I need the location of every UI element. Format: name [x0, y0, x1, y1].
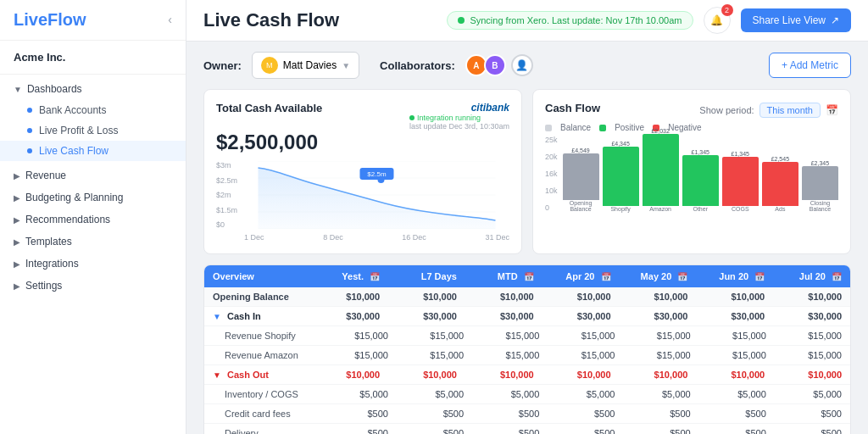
rev-amazon-may: $15,000: [623, 346, 698, 364]
chart-tooltip-text: $2.5m: [367, 170, 387, 178]
cash-flow-title: Cash Flow: [545, 102, 600, 114]
legend-positive-label: Positive: [615, 123, 644, 132]
legend-positive-dot: [599, 125, 606, 131]
sidebar-nav: ▼ Dashboards Bank Accounts Live Profit &…: [0, 75, 186, 300]
y-label-3m: $3m: [216, 161, 237, 170]
row-credit-card-fees: Credit card fees $500 $500 $500 $500 $50…: [204, 404, 850, 424]
x-label-1-dec: 1 Dec: [244, 233, 264, 242]
sync-dot: [458, 17, 465, 24]
inv-cogs-may: $5,000: [623, 385, 698, 403]
rev-shopify-yest: $15,000: [321, 326, 397, 345]
sidebar-item-live-cash-flow[interactable]: Live Cash Flow: [0, 141, 186, 161]
bar-opening-balance: £4,549 Opening Balance: [563, 147, 599, 212]
cash-in-l7: $30,000: [388, 307, 465, 326]
y-label-0: $0: [216, 220, 237, 229]
sidebar-item-templates[interactable]: ▶ Templates: [0, 231, 186, 253]
apr-cal-icon[interactable]: 📅: [601, 272, 611, 281]
charts-row: Total Cash Available citibank Integratio…: [203, 89, 851, 254]
cc-fees-label: Credit card fees: [204, 404, 321, 423]
sidebar-item-recommendations[interactable]: ▶ Recommendations: [0, 209, 186, 231]
add-metric-button[interactable]: + Add Metric: [769, 53, 851, 78]
templates-arrow: ▶: [14, 237, 20, 247]
cash-out-jul: $10,000: [773, 365, 850, 384]
bar-ads: £2,545 Ads: [762, 156, 798, 212]
table-header: Overview Yest. 📅 L7 Days MTD 📅 Apr 20 📅: [204, 265, 850, 287]
bar-chart-y-axis: 25k 20k 16k 10k 0: [545, 136, 558, 212]
sidebar: LiveFlow ‹ Acme Inc. ▼ Dashboards Bank A…: [0, 0, 186, 434]
owner-chevron-icon: ▼: [342, 61, 350, 70]
delivery-apr: $500: [548, 424, 623, 434]
logo-text: LiveFlow: [14, 10, 86, 29]
sidebar-item-dashboards[interactable]: ▼ Dashboards: [0, 78, 186, 100]
may-cal-icon[interactable]: 📅: [677, 272, 687, 281]
jul-cal-icon[interactable]: 📅: [832, 272, 842, 281]
recommendations-arrow: ▶: [14, 215, 20, 225]
owner-name: Matt Davies: [283, 59, 337, 71]
add-person-icon: 👤: [515, 59, 528, 71]
main-content: Live Cash Flow Syncing from Xero. Last u…: [186, 0, 868, 434]
cash-out-collapse[interactable]: ▼: [213, 370, 221, 380]
cash-out-mtd: $10,000: [465, 365, 542, 384]
sync-status: Syncing from Xero. Last update: Nov 17th…: [447, 11, 693, 30]
integration-label: Integration running: [417, 114, 481, 122]
rev-amazon-yest: $15,000: [321, 346, 397, 364]
rev-amazon-jun: $15,000: [699, 346, 775, 364]
sidebar-item-settings[interactable]: ▶ Settings: [0, 275, 186, 297]
cc-fees-l7: $500: [397, 404, 472, 423]
opening-bal-apr: $10,000: [542, 287, 620, 306]
cash-in-may: $30,000: [620, 307, 697, 326]
rev-amazon-jul: $15,000: [775, 346, 850, 364]
row-cash-in: ▼ Cash In $30,000 $30,000 $30,000 $30,00…: [204, 307, 850, 326]
row-cash-out: ▼ Cash Out $10,000 $10,000 $10,000 $10,0…: [204, 365, 850, 385]
owner-select[interactable]: M Matt Davies ▼: [252, 52, 359, 79]
cc-fees-jul: $500: [775, 404, 850, 423]
share-live-view-button[interactable]: Share Live View ↗: [741, 8, 852, 32]
sidebar-item-budgeting[interactable]: ▶ Budgeting & Planning: [0, 186, 186, 209]
period-button[interactable]: This month: [760, 103, 821, 118]
notifications-button[interactable]: 🔔 2: [704, 7, 731, 34]
col-jul20: Jul 20 📅: [773, 265, 850, 287]
share-btn-label: Share Live View: [753, 14, 826, 26]
yest-cal-icon[interactable]: 📅: [370, 272, 380, 281]
inv-cogs-apr: $5,000: [548, 385, 623, 403]
col-l7days: L7 Days: [388, 265, 465, 287]
rev-shopify-apr: $15,000: [548, 326, 623, 345]
calendar-icon[interactable]: 📅: [826, 104, 838, 116]
cash-in-mtd: $30,000: [465, 307, 542, 326]
delivery-label: Delivery: [204, 424, 321, 434]
cash-out-l7: $10,000: [388, 365, 465, 384]
cash-out-apr: $10,000: [542, 365, 620, 384]
opening-balance-label: Opening Balance: [204, 287, 311, 306]
sidebar-item-integrations[interactable]: ▶ Integrations: [0, 253, 186, 275]
cc-fees-mtd: $500: [472, 404, 548, 423]
inv-cogs-mtd: $5,000: [472, 385, 548, 403]
x-label-31-dec: 31 Dec: [485, 233, 509, 242]
sidebar-logo-area: LiveFlow ‹: [0, 0, 186, 41]
mtd-cal-icon[interactable]: 📅: [524, 272, 534, 281]
inv-cogs-jul: $5,000: [775, 385, 850, 403]
opening-bal-yest: $10,000: [311, 287, 388, 306]
collaborator-avatar-2: B: [484, 54, 506, 76]
page-title: Live Cash Flow: [203, 9, 339, 31]
revenue-amazon-label: Revenue Amazon: [204, 346, 321, 364]
integrations-arrow: ▶: [14, 259, 20, 269]
collaborators-label: Collaborators:: [380, 59, 455, 72]
cc-fees-apr: $500: [548, 404, 623, 423]
sidebar-item-revenue[interactable]: ▶ Revenue: [0, 164, 186, 186]
sidebar-item-bank-accounts[interactable]: Bank Accounts: [0, 100, 186, 120]
jun-cal-icon[interactable]: 📅: [754, 272, 765, 281]
inventory-cogs-label: Inventory / COGS: [204, 385, 321, 403]
sidebar-item-live-profit[interactable]: Live Profit & Loss: [0, 120, 186, 141]
add-collaborator-button[interactable]: 👤: [511, 54, 533, 76]
cash-in-jun: $30,000: [696, 307, 773, 326]
delivery-l7: $500: [397, 424, 472, 434]
cash-in-collapse[interactable]: ▼: [213, 312, 221, 321]
line-chart-area: $2.5m 1 Dec 8 Dec 16 Dec 31 Dec: [244, 161, 509, 242]
bar-legend: Balance Positive Negative: [545, 123, 838, 132]
col-apr20: Apr 20 📅: [542, 265, 620, 287]
bank-logo: citibank: [409, 102, 509, 114]
total-cash-title: Total Cash Available: [216, 102, 322, 114]
revenue-arrow: ▶: [14, 171, 20, 181]
sidebar-collapse-icon[interactable]: ‹: [168, 13, 172, 26]
live-profit-dot: [27, 128, 32, 133]
